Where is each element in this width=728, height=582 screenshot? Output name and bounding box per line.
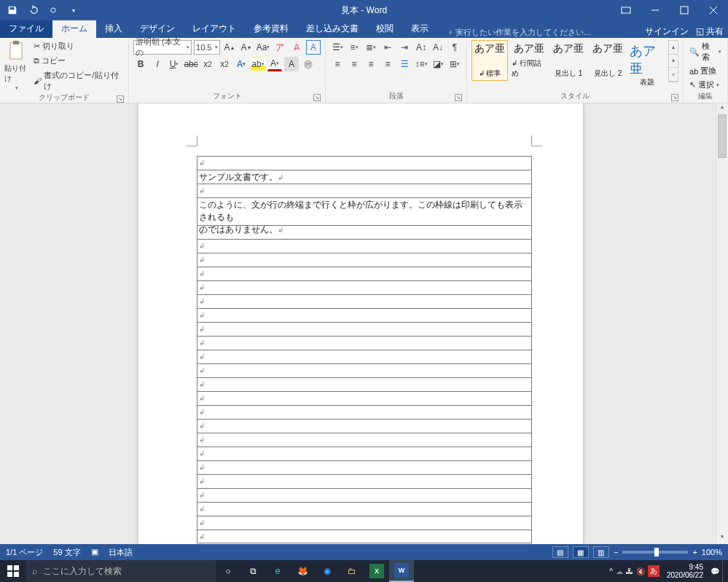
document-line[interactable]: ↲ — [197, 516, 532, 530]
cortana-button[interactable]: ○ — [216, 560, 240, 582]
action-center-icon[interactable]: 💬 — [711, 567, 719, 575]
clipboard-launcher[interactable]: ↘ — [117, 95, 124, 103]
tray-expand-icon[interactable]: ^ — [609, 567, 613, 575]
justify-button[interactable]: ≡ — [380, 57, 395, 71]
change-case-button[interactable]: Aa▾ — [256, 40, 270, 55]
proofing-icon[interactable]: ▣ — [91, 547, 98, 558]
zoom-in-button[interactable]: + — [692, 548, 697, 557]
highlight-button[interactable]: ab▾ — [251, 57, 265, 71]
scroll-up-icon[interactable]: ▴ — [716, 103, 728, 114]
document-line[interactable]: サンプル文書です。↲ — [197, 170, 532, 184]
document-line[interactable]: ↲ — [197, 460, 532, 474]
document-line[interactable]: ↲ — [197, 419, 532, 433]
scrollbar-thumb[interactable] — [718, 114, 727, 158]
document-line[interactable]: ↲ — [197, 253, 532, 267]
zoom-out-button[interactable]: − — [614, 548, 618, 557]
ribbon-display-icon[interactable] — [611, 0, 641, 20]
show-desktop[interactable] — [722, 560, 727, 582]
shading-button[interactable]: ◪▾ — [431, 57, 445, 71]
italic-button[interactable]: I — [150, 57, 165, 71]
firefox-button[interactable]: 🦊 — [290, 560, 315, 582]
document-line[interactable]: ↲ — [197, 474, 532, 488]
shrink-font-button[interactable]: A▼ — [239, 40, 254, 55]
volume-icon[interactable]: 🔇 — [636, 567, 645, 575]
underline-button[interactable]: U▾ — [167, 57, 181, 71]
minimize-icon[interactable] — [641, 0, 670, 20]
tab-references[interactable]: 参考資料 — [245, 20, 297, 38]
document-line[interactable]: ↲ — [197, 156, 532, 170]
style-heading2[interactable]: あア亜見出し 2 — [590, 40, 626, 81]
char-shading-button[interactable]: A — [284, 57, 299, 71]
page[interactable]: ↲サンプル文書です。↲↲このように、文が行の終端まで行くと枠が広がります。この枠… — [138, 103, 583, 544]
signin-link[interactable]: サインイン — [645, 25, 689, 38]
document-line[interactable]: ↲ — [197, 280, 532, 294]
document-body[interactable]: ↲サンプル文書です。↲↲このように、文が行の終端まで行くと枠が広がります。この枠… — [197, 156, 532, 543]
style-normal[interactable]: あア亜↲ 標準 — [471, 40, 508, 81]
paragraph-launcher[interactable]: ↘ — [455, 94, 462, 101]
enclose-circle-button[interactable]: ㊕ — [301, 57, 316, 71]
font-launcher[interactable]: ↘ — [313, 94, 321, 101]
document-line[interactable]: ↲ — [197, 363, 532, 377]
zoom-slider[interactable] — [622, 551, 688, 554]
page-indicator[interactable]: 1/1 ページ — [6, 547, 43, 558]
save-icon[interactable] — [4, 2, 20, 18]
enclose-char-button[interactable]: A — [306, 40, 321, 55]
document-line[interactable]: ↲ — [197, 294, 532, 308]
onedrive-icon[interactable]: ☁ — [616, 567, 623, 575]
document-line[interactable]: ↲ — [197, 308, 532, 322]
document-line[interactable]: ↲ — [197, 336, 532, 350]
find-button[interactable]: 🔍検索▾ — [688, 40, 723, 63]
cut-button[interactable]: ✂切り取り — [32, 40, 124, 52]
close-icon[interactable] — [699, 0, 728, 20]
share-button[interactable]: ◱ 共有 — [696, 25, 724, 38]
style-no-spacing[interactable]: あア亜↲ 行間詰め — [511, 40, 547, 81]
web-layout-button[interactable]: ▥ — [593, 546, 609, 558]
format-painter-button[interactable]: 🖌書式のコピー/貼り付け — [32, 69, 124, 93]
language-indicator[interactable]: 日本語 — [109, 547, 133, 558]
text-direction-button[interactable]: A↕ — [414, 40, 428, 55]
clock[interactable]: 9:45 2020/06/22 — [662, 563, 708, 579]
document-line[interactable]: ↲ — [197, 405, 532, 419]
paste-button[interactable]: 貼り付け ▾ — [4, 40, 29, 93]
select-button[interactable]: ↖選択▾ — [688, 79, 723, 91]
line-spacing-button[interactable]: ↕≡▾ — [414, 57, 428, 71]
document-line[interactable]: ↲ — [197, 225, 532, 239]
print-layout-button[interactable]: ▦ — [573, 546, 589, 558]
show-marks-button[interactable]: ¶ — [447, 40, 462, 55]
document-line[interactable]: ↲ — [197, 530, 532, 543]
align-left-button[interactable]: ≡ — [330, 57, 345, 71]
tab-view[interactable]: 表示 — [402, 20, 437, 38]
zoom-level[interactable]: 100% — [702, 548, 722, 557]
styles-launcher[interactable]: ↘ — [671, 94, 678, 101]
numbering-button[interactable]: ≡▾ — [347, 40, 361, 55]
document-line[interactable]: ↲ — [197, 267, 532, 280]
start-button[interactable] — [0, 560, 26, 582]
strikethrough-button[interactable]: abc — [184, 57, 198, 71]
undo-icon[interactable] — [25, 2, 41, 18]
font-name-select[interactable]: 游明朝 (本文の▾ — [133, 40, 192, 55]
copy-button[interactable]: ⧉コピー — [32, 55, 124, 67]
document-line[interactable]: このように、文が行の終端まで行くと枠が広がります。この枠線は印刷しても表示される… — [197, 197, 532, 225]
phonetic-guide-button[interactable]: ア — [273, 40, 287, 55]
edge-button[interactable]: e — [265, 560, 290, 582]
tab-insert[interactable]: 挿入 — [96, 20, 131, 38]
replace-button[interactable]: ab置換 — [688, 65, 723, 77]
bullets-button[interactable]: ☰▾ — [330, 40, 345, 55]
document-line[interactable]: ↲ — [197, 391, 532, 405]
font-color-button[interactable]: A▾ — [267, 57, 282, 71]
excel-button[interactable]: X — [364, 560, 389, 582]
document-line[interactable]: ↲ — [197, 322, 532, 336]
sort-button[interactable]: A↓ — [431, 40, 445, 55]
scroll-down-icon[interactable]: ▾ — [716, 533, 728, 544]
styles-scroll-up[interactable]: ▴ — [669, 41, 678, 55]
styles-scroll-down[interactable]: ▾ — [669, 55, 678, 68]
vertical-scrollbar[interactable]: ▴ ▾ — [716, 103, 728, 544]
align-right-button[interactable]: ≡ — [364, 57, 378, 71]
tab-mailings[interactable]: 差し込み文書 — [297, 20, 367, 38]
style-title[interactable]: あア亜表題 — [629, 40, 665, 81]
qat-customize-icon[interactable]: ▾ — [66, 2, 82, 18]
document-line[interactable]: ↲ — [197, 350, 532, 363]
text-effects-button[interactable]: A▾ — [234, 57, 248, 71]
maximize-icon[interactable] — [670, 0, 699, 20]
superscript-button[interactable]: x2 — [217, 57, 232, 71]
